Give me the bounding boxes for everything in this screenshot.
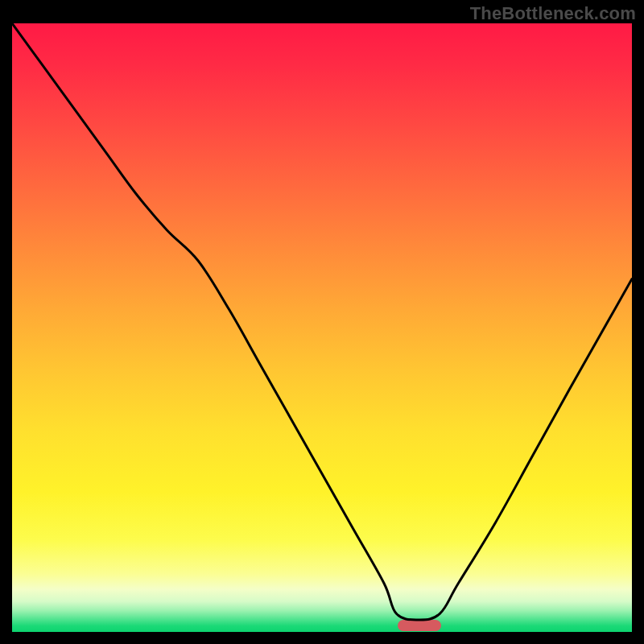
plot-area <box>12 23 632 632</box>
background-gradient <box>12 23 632 632</box>
chart-frame: TheBottleneck.com <box>0 0 644 644</box>
watermark-text: TheBottleneck.com <box>470 3 636 24</box>
optimal-region-marker <box>398 620 441 631</box>
